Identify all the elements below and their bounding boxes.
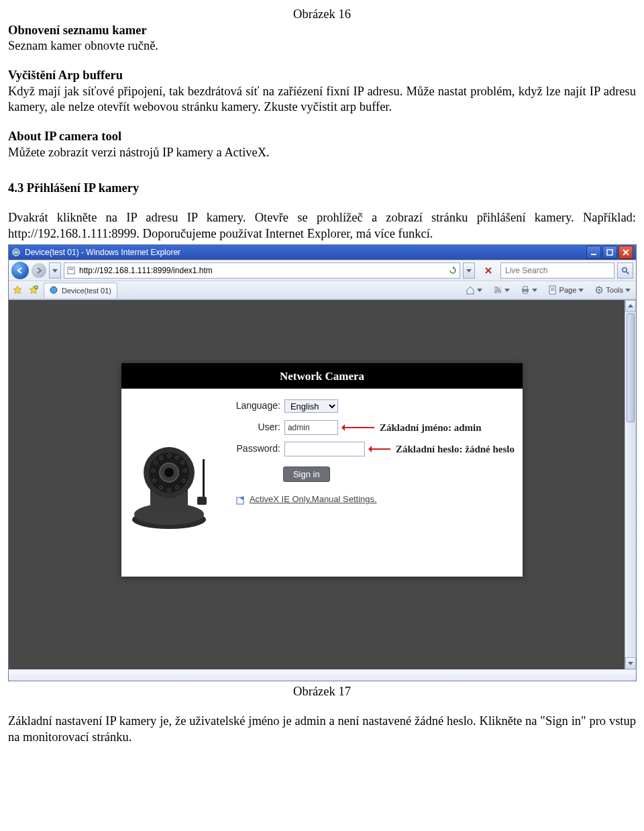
svg-point-25 xyxy=(168,454,171,458)
svg-point-9 xyxy=(494,291,496,293)
svg-rect-35 xyxy=(203,459,205,499)
scroll-down-button[interactable] xyxy=(625,657,636,669)
chevron-down-icon xyxy=(578,285,584,295)
activex-note[interactable]: ActiveX IE Only,Manual Settings. xyxy=(236,494,515,505)
feeds-button[interactable] xyxy=(490,284,513,296)
annotation-password: Základní heslo: žádné heslo xyxy=(396,443,515,456)
page-menu-label: Page xyxy=(559,285,577,295)
text-default-settings: Základní nastavení IP kamery je, že uživ… xyxy=(8,714,636,745)
scroll-thumb[interactable] xyxy=(627,313,635,422)
favorites-star-icon[interactable] xyxy=(11,284,23,296)
svg-rect-11 xyxy=(523,287,527,289)
ie-icon xyxy=(11,248,21,257)
svg-point-28 xyxy=(184,469,187,473)
refresh-icon[interactable] xyxy=(449,266,457,275)
tab-label: Device(test 01) xyxy=(62,286,111,295)
annotation-arrow xyxy=(343,427,374,428)
home-button[interactable] xyxy=(463,284,485,296)
address-bar[interactable] xyxy=(64,262,460,279)
print-button[interactable] xyxy=(518,284,540,296)
svg-point-31 xyxy=(182,479,186,483)
chevron-down-icon xyxy=(625,285,631,295)
text-arp-buffer: Když mají jak síťové připojení, tak bezd… xyxy=(8,84,636,115)
forward-button[interactable] xyxy=(32,263,46,278)
heading-refresh-list: Obnovení seznamu kamer xyxy=(8,23,636,39)
svg-rect-1 xyxy=(591,254,596,255)
search-box[interactable] xyxy=(500,262,614,279)
url-input[interactable] xyxy=(78,265,446,276)
svg-point-24 xyxy=(160,456,163,460)
page-viewport: Network Camera xyxy=(9,299,636,669)
svg-point-27 xyxy=(181,461,184,465)
text-refresh-list: Seznam kamer obnovte ručně. xyxy=(8,38,636,54)
search-input[interactable] xyxy=(504,265,611,276)
tab-favicon xyxy=(50,286,59,295)
signin-button[interactable]: Sign in xyxy=(283,467,330,482)
annotation-user: Základní jméno: admin xyxy=(380,422,482,434)
vertical-scrollbar[interactable] xyxy=(625,300,636,669)
search-button[interactable] xyxy=(617,262,633,279)
svg-point-29 xyxy=(152,469,155,473)
svg-point-33 xyxy=(176,486,179,489)
figure-caption-17: Obrázek 17 xyxy=(8,684,636,700)
heading-login-camera: 4.3 Přihlášení IP kamery xyxy=(8,181,636,197)
password-input[interactable] xyxy=(284,442,365,456)
window-title: Device(test 01) - Windows Internet Explo… xyxy=(25,248,586,258)
svg-rect-12 xyxy=(523,291,527,293)
tools-menu[interactable]: Tools xyxy=(592,284,633,296)
svg-point-26 xyxy=(176,456,179,460)
login-header: Network Camera xyxy=(121,363,523,389)
login-panel: Network Camera xyxy=(121,363,523,577)
svg-point-23 xyxy=(154,461,158,465)
nav-toolbar xyxy=(9,260,636,281)
language-select[interactable]: English xyxy=(284,399,338,413)
browser-window: Device(test 01) - Windows Internet Explo… xyxy=(8,244,637,681)
heading-about-tool: About IP camera tool xyxy=(8,129,636,145)
svg-rect-13 xyxy=(549,286,555,294)
chevron-down-icon xyxy=(477,285,482,295)
user-input[interactable] xyxy=(284,420,338,435)
heading-arp-buffer: Vyčištění Arp bufferu xyxy=(8,68,636,84)
svg-point-7 xyxy=(50,287,57,293)
status-bar xyxy=(9,669,636,681)
minimize-button[interactable] xyxy=(586,246,601,259)
back-button[interactable] xyxy=(11,262,29,279)
tab-toolbar: Device(test 01) Page Tools xyxy=(9,281,636,299)
svg-rect-2 xyxy=(607,250,612,255)
annotation-arrow xyxy=(370,448,390,450)
svg-point-30 xyxy=(153,479,156,483)
user-label: User: xyxy=(224,422,284,434)
chevron-down-icon xyxy=(532,285,537,295)
svg-point-15 xyxy=(598,289,600,291)
add-favorite-icon[interactable] xyxy=(28,284,40,296)
address-dropdown[interactable] xyxy=(463,262,475,279)
scroll-up-button[interactable] xyxy=(625,300,636,312)
svg-rect-36 xyxy=(197,497,207,505)
page-favicon xyxy=(67,266,75,275)
nav-history-dropdown[interactable] xyxy=(49,262,61,279)
browser-tab[interactable]: Device(test 01) xyxy=(44,283,117,298)
figure-caption-16: Obrázek 16 xyxy=(8,7,636,23)
page-menu[interactable]: Page xyxy=(545,284,587,296)
chevron-down-icon xyxy=(504,285,510,295)
svg-point-34 xyxy=(168,489,171,492)
activex-note-text: ActiveX IE Only,Manual Settings. xyxy=(250,494,377,505)
stop-icon[interactable] xyxy=(484,266,492,275)
svg-point-32 xyxy=(160,486,163,489)
text-about-tool: Můžete zobrazit verzi nástrojů IP kamery… xyxy=(8,145,636,161)
camera-image xyxy=(121,389,224,577)
titlebar: Device(test 01) - Windows Internet Explo… xyxy=(9,245,636,260)
password-label: Password: xyxy=(224,443,284,455)
maximize-button[interactable] xyxy=(602,246,617,259)
svg-point-22 xyxy=(164,468,174,477)
svg-rect-3 xyxy=(68,267,74,274)
svg-point-5 xyxy=(623,268,627,272)
close-button[interactable] xyxy=(619,246,633,259)
language-label: Language: xyxy=(224,400,284,412)
svg-rect-4 xyxy=(69,268,73,270)
text-login-camera: Dvakrát klikněte na IP adresu IP kamery.… xyxy=(8,210,636,242)
tools-menu-label: Tools xyxy=(606,285,623,295)
